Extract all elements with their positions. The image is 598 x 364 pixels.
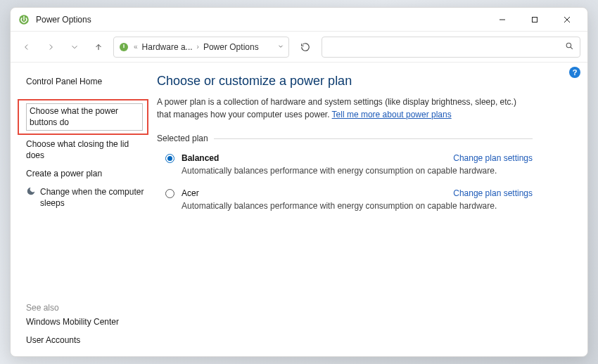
sidebar-user-accounts[interactable]: User Accounts	[26, 331, 144, 349]
plan-description: Automatically balances performance with …	[165, 166, 533, 176]
address-dropdown-icon[interactable]	[277, 42, 284, 52]
sidebar-create-power-plan[interactable]: Create a power plan	[26, 164, 144, 183]
breadcrumb-power-options[interactable]: Power Options	[203, 42, 259, 52]
power-options-window: Power Options « Hardware a... › Power Op…	[10, 7, 588, 357]
sidebar-choose-closing-lid[interactable]: Choose what closing the lid does	[26, 135, 144, 164]
nav-forward-button[interactable]	[42, 38, 60, 56]
change-plan-settings-link[interactable]: Change plan settings	[453, 153, 533, 163]
nav-recent-dropdown[interactable]	[65, 38, 84, 56]
power-options-icon	[18, 13, 30, 26]
page-heading: Choose or customize a power plan	[157, 74, 533, 89]
breadcrumb-hardware[interactable]: Hardware a...	[142, 42, 193, 52]
plan-radio-acer[interactable]	[165, 189, 174, 198]
page-description: A power plan is a collection of hardware…	[157, 96, 533, 121]
power-plan-balanced: Balanced Change plan settings Automatica…	[157, 150, 533, 186]
sidebar-item-label: Choose what the power buttons do	[26, 103, 143, 130]
search-input[interactable]	[322, 37, 580, 58]
close-button[interactable]	[551, 9, 583, 30]
power-plan-acer: Acer Change plan settings Automatically …	[157, 186, 533, 221]
nav-toolbar: « Hardware a... › Power Options	[11, 32, 587, 63]
moon-icon	[26, 186, 36, 196]
plan-name[interactable]: Acer	[182, 188, 199, 198]
window-title: Power Options	[36, 15, 91, 25]
main-panel: Choose or customize a power plan A power…	[151, 63, 552, 356]
plan-radio-balanced[interactable]	[165, 154, 174, 163]
group-label-text: Selected plan	[157, 134, 208, 143]
search-icon	[565, 41, 574, 53]
minimize-button[interactable]	[486, 9, 519, 30]
see-also-heading: See also	[26, 294, 144, 313]
maximize-button[interactable]	[519, 9, 551, 30]
help-icon[interactable]: ?	[569, 67, 580, 78]
svg-rect-2	[533, 17, 537, 22]
change-plan-settings-link[interactable]: Change plan settings	[453, 188, 533, 198]
chevron-right-icon: ›	[196, 43, 201, 51]
learn-more-link[interactable]: Tell me more about power plans	[332, 110, 452, 119]
selected-plan-group: Selected plan	[157, 134, 533, 143]
power-options-icon	[118, 41, 129, 53]
svg-point-6	[566, 43, 571, 47]
nav-back-button[interactable]	[18, 38, 36, 56]
sidebar-change-sleep[interactable]: Change when the computer sleeps	[26, 183, 144, 212]
nav-up-button[interactable]	[89, 38, 108, 56]
sidebar-control-panel-home[interactable]: Control Panel Home	[26, 72, 144, 91]
content-area: ? Control Panel Home Choose what the pow…	[11, 63, 587, 356]
sidebar-choose-power-buttons[interactable]: Choose what the power buttons do	[18, 99, 148, 134]
divider	[214, 138, 533, 139]
sidebar: Control Panel Home Choose what the power…	[11, 63, 151, 356]
titlebar: Power Options	[11, 8, 587, 32]
sidebar-mobility-center[interactable]: Windows Mobility Center	[26, 313, 144, 331]
svg-line-7	[571, 46, 573, 48]
plan-description: Automatically balances performance with …	[165, 201, 533, 211]
refresh-button[interactable]	[295, 42, 316, 52]
breadcrumb-prefix: «	[132, 43, 139, 51]
plan-name[interactable]: Balanced	[182, 153, 219, 163]
sidebar-item-label: Change when the computer sleeps	[40, 186, 144, 209]
address-bar[interactable]: « Hardware a... › Power Options	[113, 37, 289, 58]
